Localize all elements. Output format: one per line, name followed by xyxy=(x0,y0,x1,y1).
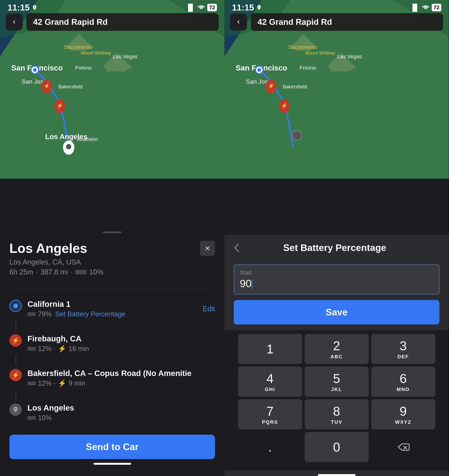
battery-input-value: 90 xyxy=(240,277,433,289)
route-info-bakersfield: Bakersfield, CA – Copus Road (No Ameniti… xyxy=(28,369,215,387)
time-left: 11:15 xyxy=(7,2,30,13)
divider-top xyxy=(9,289,215,289)
address-bar-right: 42 Grand Rapid Rd xyxy=(251,13,443,31)
status-bar-left: 11:15 ▐▌ 72 xyxy=(0,0,224,15)
battery-back-button[interactable] xyxy=(234,243,239,252)
keypad-row-4: . 0 xyxy=(226,432,447,462)
svg-text:Bakersfield: Bakersfield xyxy=(58,84,83,90)
key-2[interactable]: 2 ABC xyxy=(305,334,369,364)
svg-text:⚡: ⚡ xyxy=(43,83,50,89)
route-detail-california: 79% Set Battery Percentage xyxy=(28,310,203,318)
svg-text:Fresno: Fresno xyxy=(300,65,316,71)
route-name-california: California 1 xyxy=(28,300,203,309)
battery-input-label: Start xyxy=(240,269,433,276)
svg-point-27 xyxy=(13,304,18,308)
trip-battery: 10% xyxy=(89,268,104,276)
battery-bar-trip xyxy=(75,270,86,274)
battery-badge-left: 72 xyxy=(207,4,217,11)
svg-text:⚡: ⚡ xyxy=(268,83,274,89)
key-6[interactable]: 6 MNO xyxy=(371,367,435,397)
keypad-row-3: 7 PQRS 8 TUV 9 WXYZ xyxy=(226,399,447,429)
svg-point-48 xyxy=(292,130,302,140)
svg-text:Mount Whitney: Mount Whitney xyxy=(305,50,335,56)
wifi-icon-left xyxy=(197,4,205,11)
svg-text:Fresno: Fresno xyxy=(75,65,92,71)
map-area: San Francisco San Jose Sacramento Fresno… xyxy=(0,0,224,179)
drag-handle-left[interactable] xyxy=(103,232,122,233)
location-icon-left xyxy=(32,5,38,11)
nav-bar-left: 42 Grand Rapid Rd xyxy=(6,13,219,31)
svg-text:Las Vegas: Las Vegas xyxy=(337,54,362,59)
route-name-firebaugh: Firebaugh, CA xyxy=(28,334,215,343)
key-5[interactable]: 5 JKL xyxy=(305,367,369,397)
key-dot[interactable]: . xyxy=(238,432,302,462)
key-9[interactable]: 9 WXYZ xyxy=(371,399,435,429)
signal-icon-left: ▐▌ xyxy=(186,4,195,11)
battery-input-section: Start 90 Save xyxy=(224,259,449,330)
battery-header: Set Battery Percentage xyxy=(224,235,449,259)
map-area-right: San Francisco San Jose Sacramento Fresno… xyxy=(224,0,449,179)
dest-pin-icon xyxy=(12,406,19,413)
edit-button-california[interactable]: Edit xyxy=(203,305,215,313)
route-name-la: Los Angeles xyxy=(28,403,215,413)
wifi-icon-right xyxy=(422,4,429,11)
battery-title: Set Battery Percentage xyxy=(239,242,430,253)
time-right: 11:15 xyxy=(232,2,254,13)
keypad-row-1: 1 2 ABC 3 DEF xyxy=(226,334,447,364)
key-3[interactable]: 3 DEF xyxy=(371,334,435,364)
battery-badge-right: 72 xyxy=(432,4,441,11)
route-name-bakersfield: Bakersfield, CA – Copus Road (No Ameniti… xyxy=(28,369,215,378)
key-delete[interactable] xyxy=(371,432,435,462)
battery-input-wrapper[interactable]: Start 90 xyxy=(234,265,439,295)
svg-text:Mount Whitney: Mount Whitney xyxy=(81,50,111,56)
charger-icon-firebaugh: ⚡ xyxy=(12,337,19,344)
key-0[interactable]: 0 xyxy=(305,432,369,462)
route-detail-firebaugh: 12% · ⚡ 16 min xyxy=(28,345,215,353)
signal-icon-right: ▐▌ xyxy=(410,4,420,11)
status-icons-right: ▐▌ 72 xyxy=(410,4,441,11)
save-button[interactable]: Save xyxy=(234,300,439,324)
back-button-left[interactable] xyxy=(6,14,23,30)
keypad: 1 2 ABC 3 DEF 4 GHI 5 JKL xyxy=(224,330,449,470)
svg-text:Las Vegas: Las Vegas xyxy=(113,54,138,59)
route-icon-bakersfield: ⚡ xyxy=(9,369,22,381)
route-item-bakersfield: ⚡ Bakersfield, CA – Copus Road (No Ameni… xyxy=(9,363,215,392)
battery-bar-california xyxy=(28,312,36,316)
bottom-sheet-left: Los Angeles Los Angeles, CA, USA 6h 25m … xyxy=(0,227,224,476)
key-1[interactable]: 1 xyxy=(238,334,302,364)
svg-text:Anaheim: Anaheim xyxy=(77,136,98,142)
destination-title: Los Angeles xyxy=(9,241,104,256)
status-time-left: 11:15 xyxy=(7,2,38,13)
nav-bar-right: 42 Grand Rapid Rd xyxy=(230,13,443,31)
key-7[interactable]: 7 PQRS xyxy=(238,399,302,429)
route-info-la: Los Angeles 10% xyxy=(28,403,215,422)
svg-text:⚡: ⚡ xyxy=(57,103,63,109)
trip-distance: 387.8 mi xyxy=(40,268,68,276)
battery-bar-firebaugh xyxy=(28,347,36,351)
status-time-right: 11:15 xyxy=(232,2,262,13)
battery-bar-bakersfield xyxy=(28,381,36,385)
home-indicator-left xyxy=(93,463,131,465)
svg-text:Sacramento: Sacramento xyxy=(64,44,92,50)
route-icon-origin xyxy=(9,300,22,312)
route-detail-bakersfield: 12% · ⚡ 9 min xyxy=(28,379,215,387)
chevron-left-icon-left xyxy=(11,19,17,25)
right-panel: San Francisco San Jose Sacramento Fresno… xyxy=(224,0,449,476)
key-4[interactable]: 4 GHI xyxy=(238,367,302,397)
key-8[interactable]: 8 TUV xyxy=(305,399,369,429)
svg-point-26 xyxy=(33,68,37,72)
text-cursor xyxy=(252,279,253,289)
back-button-right[interactable] xyxy=(230,14,247,30)
set-battery-link[interactable]: Set Battery Percentage xyxy=(55,310,125,318)
route-icon-la xyxy=(9,403,22,416)
address-bar-left: 42 Grand Rapid Rd xyxy=(26,13,219,31)
trip-duration: 6h 25m xyxy=(9,268,33,276)
route-list: California 1 79% Set Battery Percentage … xyxy=(9,295,215,427)
close-icon xyxy=(204,245,211,252)
close-button[interactable] xyxy=(200,241,215,256)
route-info-california: California 1 79% Set Battery Percentage xyxy=(28,300,203,318)
send-to-car-button[interactable]: Send to Car xyxy=(9,435,215,459)
location-icon-right xyxy=(256,5,262,11)
battery-sheet: Set Battery Percentage Start 90 Save 1 2 xyxy=(224,235,449,476)
route-item-la: Los Angeles 10% xyxy=(9,398,215,427)
